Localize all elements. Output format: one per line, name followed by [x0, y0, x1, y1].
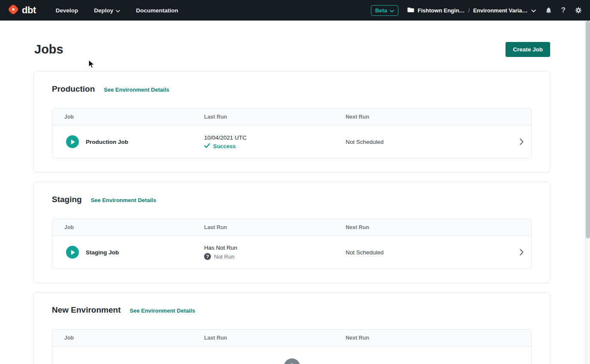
table-header-row: Job Last Run Next Run [52, 109, 531, 125]
table-header-row: Job Last Run Next Run [52, 219, 531, 236]
nav-item-deploy[interactable]: Deploy [94, 7, 120, 14]
success-check-icon [204, 143, 210, 149]
dbt-logo[interactable]: dbt [7, 3, 36, 18]
breadcrumb[interactable]: Fishtown Engin… / Environment Varia… [407, 7, 536, 14]
nav-item-documentation-label: Documentation [136, 7, 178, 14]
column-header-job: Job [52, 224, 204, 230]
settings-gear-icon[interactable] [575, 6, 582, 14]
environment-card-production: Production See Environment Details Job L… [33, 71, 550, 173]
chevron-right-icon[interactable] [512, 249, 531, 256]
beta-dropdown[interactable]: Beta [371, 5, 398, 16]
column-header-next-run: Next Run [346, 114, 531, 120]
last-run-status: Not Run [214, 254, 235, 260]
empty-jobs-area: ? [52, 346, 531, 364]
environment-card-staging: Staging See Environment Details Job Last… [33, 182, 550, 283]
job-row-production[interactable]: Production Job 10/04/2021 UTC Success No… [52, 125, 531, 158]
page-title: Jobs [33, 42, 63, 57]
job-name: Staging Job [86, 249, 119, 256]
notifications-bell-icon[interactable] [545, 6, 552, 14]
help-icon-glyph: ? [561, 6, 566, 15]
last-run-date: Has Not Run [204, 245, 346, 251]
chevron-down-icon [390, 7, 394, 14]
vertical-scrollbar-thumb[interactable] [586, 21, 590, 239]
jobs-table: Job Last Run Next Run ? [52, 329, 532, 364]
column-header-job: Job [52, 335, 204, 341]
help-icon[interactable]: ? [561, 6, 566, 15]
see-environment-details-link[interactable]: See Environment Details [91, 197, 156, 203]
chevron-down-icon [116, 7, 120, 14]
next-run-value: Not Scheduled [346, 249, 384, 256]
chevron-down-icon [531, 7, 536, 14]
chevron-right-icon[interactable] [512, 138, 531, 145]
last-run-status: Success [213, 143, 236, 149]
job-row-staging[interactable]: Staging Job Has Not Run ? Not Run Not Sc… [52, 236, 531, 269]
environment-card-new-environment: New Environment See Environment Details … [33, 292, 550, 364]
folder-icon [407, 7, 414, 14]
empty-state-question-icon: ? [284, 358, 300, 364]
see-environment-details-link[interactable]: See Environment Details [129, 307, 195, 314]
last-run-date: 10/04/2021 UTC [204, 134, 346, 141]
column-header-next-run: Next Run [346, 224, 531, 230]
environment-name: Staging [52, 195, 82, 204]
create-job-button[interactable]: Create Job [506, 42, 550, 57]
top-navbar: dbt Develop Deploy Documentation Beta Fi… [0, 0, 590, 21]
beta-label: Beta [375, 7, 387, 14]
see-environment-details-link[interactable]: See Environment Details [104, 87, 169, 93]
next-run-value: Not Scheduled [346, 139, 384, 145]
nav-item-develop[interactable]: Develop [56, 7, 78, 14]
column-header-last-run: Last Run [204, 224, 346, 230]
not-run-question-icon: ? [204, 253, 211, 260]
jobs-table: Job Last Run Next Run Staging Job Has No… [52, 219, 532, 269]
jobs-table: Job Last Run Next Run Production Job 10/… [52, 108, 532, 158]
environment-name: New Environment [52, 305, 120, 315]
column-header-last-run: Last Run [204, 114, 346, 120]
breadcrumb-account[interactable]: Fishtown Engin… [418, 7, 465, 14]
column-header-next-run: Next Run [346, 335, 531, 341]
run-job-play-button[interactable] [66, 135, 79, 148]
breadcrumb-page[interactable]: Environment Varia… [473, 7, 527, 14]
column-header-job: Job [52, 114, 204, 120]
nav-item-deploy-label: Deploy [94, 7, 113, 14]
vertical-scrollbar-track[interactable] [585, 21, 590, 364]
job-name: Production Job [86, 139, 128, 145]
breadcrumb-separator: / [468, 7, 470, 14]
main-content: Jobs Create Job Production See Environme… [0, 21, 585, 364]
nav-item-develop-label: Develop [56, 7, 78, 14]
dbt-logo-text: dbt [22, 5, 36, 16]
column-header-last-run: Last Run [204, 335, 346, 341]
table-header-row: Job Last Run Next Run [52, 330, 531, 346]
run-job-play-button[interactable] [66, 246, 79, 259]
dbt-logo-icon [7, 3, 20, 18]
nav-item-documentation[interactable]: Documentation [136, 7, 178, 14]
environment-name: Production [52, 84, 95, 94]
